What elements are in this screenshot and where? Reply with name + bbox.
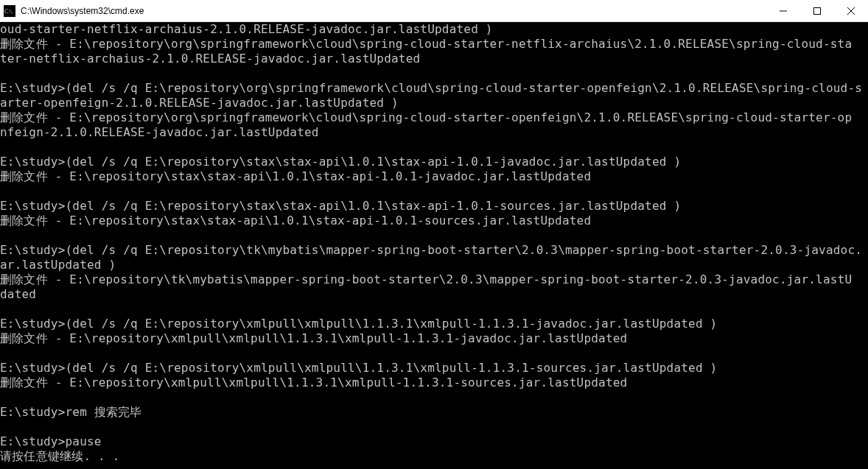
terminal-line: arter-openfeign-2.1.0.RELEASE-javadoc.ja… [0, 96, 868, 110]
terminal-line: E:\study>(del /s /q E:\repository\stax\s… [0, 155, 868, 169]
terminal-line: E:\study>(del /s /q E:\repository\org\sp… [0, 81, 868, 96]
terminal-line: ar.lastUpdated ) [0, 258, 868, 272]
terminal-line [0, 228, 868, 243]
terminal-line: 删除文件 - E:\repository\stax\stax-api\1.0.1… [0, 214, 868, 228]
terminal-line [0, 390, 868, 405]
terminal-line: ter-netflix-archaius-2.1.0.RELEASE-javad… [0, 52, 868, 66]
terminal-line [0, 346, 868, 361]
window-buttons [766, 0, 868, 22]
terminal-line: E:\study>(del /s /q E:\repository\tk\myb… [0, 243, 868, 258]
terminal-line [0, 420, 868, 434]
terminal-output[interactable]: oud-starter-netflix-archaius-2.1.0.RELEA… [0, 22, 868, 469]
terminal-line: dated [0, 287, 868, 302]
terminal-line [0, 66, 868, 81]
terminal-line: E:\study>(del /s /q E:\repository\xmlpul… [0, 317, 868, 331]
terminal-line: nfeign-2.1.0.RELEASE-javadoc.jar.lastUpd… [0, 125, 868, 140]
terminal-line: 请按任意键继续. . . [0, 449, 868, 464]
terminal-line: 删除文件 - E:\repository\org\springframework… [0, 110, 868, 125]
terminal-line: E:\study>rem 搜索完毕 [0, 405, 868, 420]
minimize-button[interactable] [766, 0, 800, 22]
terminal-line [0, 140, 868, 155]
terminal-line: E:\study>(del /s /q E:\repository\xmlpul… [0, 361, 868, 375]
terminal-line: 删除文件 - E:\repository\tk\mybatis\mapper-s… [0, 272, 868, 287]
maximize-button[interactable] [800, 0, 834, 22]
terminal-line: 删除文件 - E:\repository\org\springframework… [0, 37, 868, 52]
cmd-icon: C:\. [0, 5, 19, 17]
terminal-line: E:\study>pause [0, 434, 868, 449]
terminal-line: 删除文件 - E:\repository\xmlpull\xmlpull\1.1… [0, 375, 868, 390]
window-title: C:\Windows\system32\cmd.exe [19, 6, 766, 16]
terminal-line: oud-starter-netflix-archaius-2.1.0.RELEA… [0, 22, 868, 37]
terminal-line: E:\study>(del /s /q E:\repository\stax\s… [0, 199, 868, 214]
terminal-line: 删除文件 - E:\repository\stax\stax-api\1.0.1… [0, 169, 868, 184]
terminal-line [0, 184, 868, 199]
terminal-line [0, 302, 868, 317]
svg-rect-3 [814, 7, 821, 14]
svg-text:C:\.: C:\. [4, 8, 13, 15]
close-button[interactable] [834, 0, 868, 22]
title-bar: C:\. C:\Windows\system32\cmd.exe [0, 0, 868, 22]
terminal-line: 删除文件 - E:\repository\xmlpull\xmlpull\1.1… [0, 331, 868, 346]
